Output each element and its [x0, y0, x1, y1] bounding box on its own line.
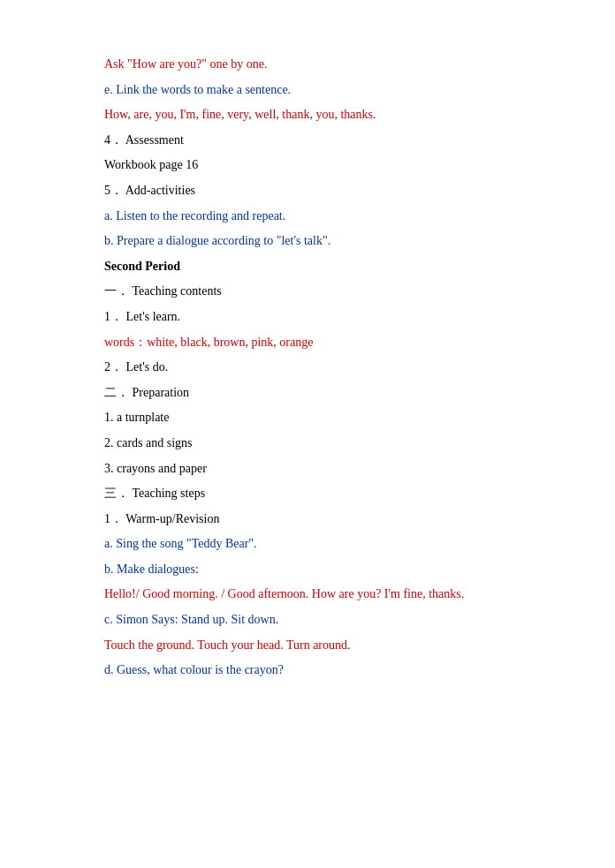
line-l14: 二． Preparation [104, 381, 511, 405]
line-l16: 2. cards and signs [104, 432, 511, 456]
line-l18: 三． Teaching steps [104, 482, 511, 506]
main-content: Ask "How are you?" one by one.e. Link th… [104, 53, 511, 683]
line-l13: 2． Let's do. [104, 356, 511, 380]
line-l25: d. Guess, what colour is the crayon? [104, 659, 511, 683]
line-l17: 3. crayons and paper [104, 457, 511, 481]
line-l21: b. Make dialogues: [104, 558, 511, 582]
line-l3: How, are, you, I'm, fine, very, well, th… [104, 103, 511, 127]
line-l12: words：white, black, brown, pink, orange [104, 331, 511, 355]
line-l5: Workbook page 16 [104, 154, 511, 177]
line-l7: a. Listen to the recording and repeat. [104, 205, 511, 229]
line-l4: 4． Assessment [104, 129, 511, 153]
line-l1: Ask "How are you?" one by one. [104, 53, 511, 77]
line-l6: 5． Add-activities [104, 179, 511, 203]
line-l8: b. Prepare a dialogue according to "let'… [104, 230, 511, 253]
line-l19: 1． Warm-up/Revision [104, 508, 511, 532]
line-l10: 一． Teaching contents [104, 280, 511, 304]
line-l22: Hello!/ Good morning. / Good afternoon. … [104, 583, 511, 607]
line-l20: a. Sing the song "Teddy Bear". [104, 532, 511, 556]
line-l15: 1. a turnplate [104, 406, 511, 430]
line-l9: Second Period [104, 255, 511, 279]
line-l2: e. Link the words to make a sentence. [104, 79, 511, 102]
line-l11: 1． Let's learn. [104, 306, 511, 329]
line-l24: Touch the ground. Touch your head. Turn … [104, 634, 511, 658]
line-l23: c. Simon Says: Stand up. Sit down. [104, 608, 511, 632]
